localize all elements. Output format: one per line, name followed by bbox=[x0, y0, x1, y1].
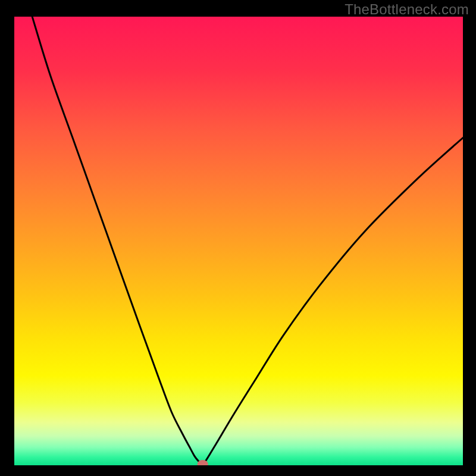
bottleneck-chart: TheBottleneck.com bbox=[0, 0, 476, 476]
chart-svg bbox=[14, 17, 463, 465]
watermark-text: TheBottleneck.com bbox=[345, 1, 469, 18]
plot-area bbox=[14, 17, 463, 465]
gradient-background bbox=[14, 17, 463, 465]
